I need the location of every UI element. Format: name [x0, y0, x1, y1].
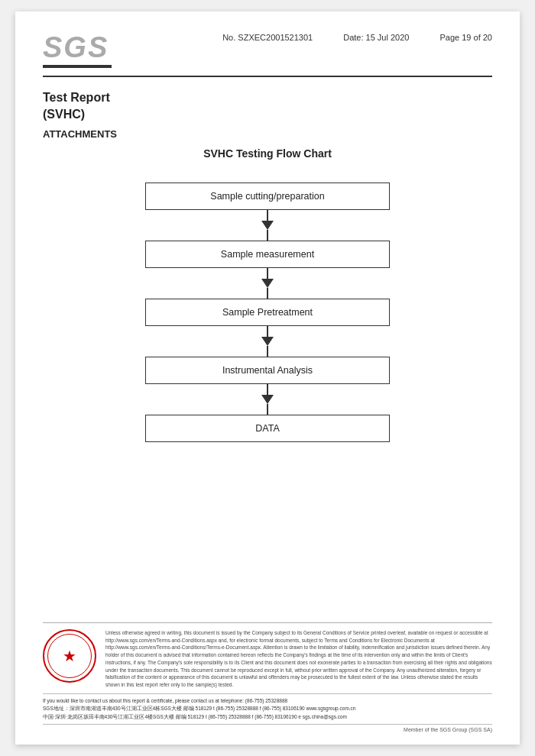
page-number: Page 19 of 20	[439, 33, 492, 42]
date-value: 15 Jul 2020	[366, 33, 410, 42]
flow-arrow-4	[261, 395, 274, 404]
disclaimer-text: Unless otherwise agreed in writing, this…	[105, 629, 492, 689]
sgs-logo: SGS	[43, 33, 109, 62]
flow-connector-1	[267, 210, 268, 221]
attachments-label: ATTACHMENTS	[43, 128, 492, 140]
date-label: Date:	[343, 33, 363, 42]
flow-connector-3b	[267, 346, 268, 357]
footer: ★ Unless otherwise agreed in writing, th…	[43, 622, 492, 732]
company-seal: ★	[43, 629, 96, 683]
flow-connector-2b	[267, 288, 268, 299]
header-info: No. SZXEC2001521301 Date: 15 Jul 2020 Pa…	[222, 33, 492, 42]
seal-inner: ★	[47, 634, 92, 678]
flow-chart-title: SVHC Testing Flow Chart	[43, 147, 492, 160]
flow-connector-4	[267, 384, 268, 395]
report-date: Date: 15 Jul 2020	[343, 33, 409, 42]
page-header: SGS No. SZXEC2001521301 Date: 15 Jul 202…	[43, 33, 492, 77]
flow-connector-1b	[267, 230, 268, 241]
flow-connector-2	[267, 268, 268, 279]
flow-step-2: Sample measurement	[145, 241, 390, 268]
logo-underline	[43, 65, 112, 68]
flow-connector-3	[267, 326, 268, 337]
footer-seal-row: ★ Unless otherwise agreed in writing, th…	[43, 629, 492, 689]
flow-arrow-3	[261, 337, 274, 346]
report-no-label: No.	[222, 33, 235, 42]
flow-step-5: DATA	[145, 415, 390, 442]
flow-chart: Sample cutting/preparation Sample measur…	[43, 183, 492, 442]
logo-area: SGS	[43, 33, 112, 68]
page-label: Page	[439, 33, 459, 42]
footer-certification: If you would like to contact us about th…	[43, 697, 492, 705]
flow-step-4: Instrumental Analysis	[145, 357, 390, 384]
page-container: SGS No. SZXEC2001521301 Date: 15 Jul 202…	[15, 11, 520, 745]
content-area: ATTACHMENTS SVHC Testing Flow Chart Samp…	[43, 128, 492, 622]
footer-address-en: 中国·深圳·龙岗区坂田丰南430号江湖工业区4楼SGS大楼 邮编 518129 …	[43, 713, 492, 721]
footer-contact: If you would like to contact us about th…	[43, 693, 492, 721]
flow-connector-4b	[267, 404, 268, 415]
flow-step-1: Sample cutting/preparation	[145, 183, 390, 210]
seal-star-icon: ★	[63, 647, 76, 665]
report-no-value: SZXEC2001521301	[238, 33, 313, 42]
flow-step-3: Sample Pretreatment	[145, 299, 390, 326]
footer-member: Member of the SGS Group (SGS SA)	[43, 724, 492, 732]
footer-address-cn: SGS地址：深圳市南湖道丰南430号江湖工业区4栋SGS大楼 邮编 518129…	[43, 705, 492, 712]
report-title-line2: (SVHC)	[43, 106, 492, 123]
report-no: No. SZXEC2001521301	[222, 33, 313, 42]
title-block: Test Report (SVHC)	[43, 89, 492, 124]
report-title-line1: Test Report	[43, 89, 492, 106]
page-value: 19 of 20	[462, 33, 492, 42]
flow-arrow-1	[261, 221, 274, 230]
flow-arrow-2	[261, 279, 274, 288]
